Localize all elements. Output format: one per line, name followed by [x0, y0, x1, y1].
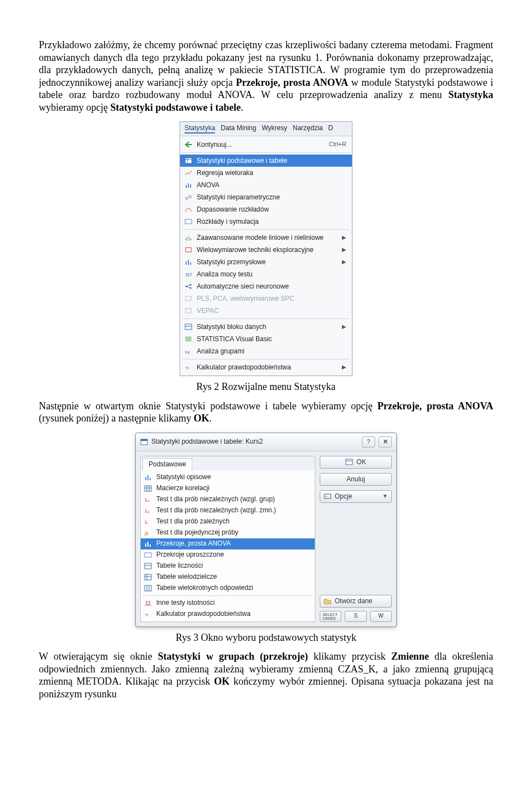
- menu-item-zaawansowane[interactable]: Zaawansowane modele liniowe i nieliniowe…: [180, 232, 352, 244]
- text: klikamy przycisk: [308, 651, 391, 662]
- list-item-przekroje[interactable]: Przekroje, prosta ANOVA: [141, 538, 315, 549]
- ok-button[interactable]: OK: [320, 456, 392, 469]
- list-item-label: Tabele wielodzielcze: [156, 573, 217, 581]
- svg-text:?i: ?i: [145, 613, 148, 618]
- list-item-label: Przekroje uproszczone: [156, 551, 224, 559]
- svg-rect-31: [145, 486, 151, 491]
- button-label: SELECT CASES: [323, 613, 339, 620]
- list-item-inne-testy[interactable]: Inne testy istotności: [141, 598, 315, 609]
- menu-item-analiza-grupami[interactable]: by Analiza grupami: [180, 345, 352, 357]
- svg-rect-43: [145, 563, 151, 569]
- menu-item-label: STATISTICA Visual Basic: [197, 335, 272, 343]
- menu-item-label: Analiza mocy testu: [197, 270, 253, 279]
- menu-item-label: Wielowymiarowe techniki eksploracyjne: [197, 246, 314, 254]
- menu-item-anova[interactable]: ANOVA: [180, 179, 352, 191]
- menu-item-label: Statystyki bloku danych: [197, 323, 266, 331]
- caption-fig2: Rys 2 Rozwijalne menu Statystyka: [39, 381, 493, 393]
- button-label: Otwórz dane: [335, 597, 372, 605]
- open-data-button[interactable]: Otwórz dane: [320, 595, 392, 608]
- menu-item-kalkulator[interactable]: ?i Kalkulator prawdopodobieństwa ▶: [180, 361, 352, 373]
- menu-item-moc-testu[interactable]: N? Analiza mocy testu: [180, 268, 352, 280]
- multresp-icon: [143, 584, 153, 593]
- neural-icon: [183, 282, 193, 291]
- list-item-stat-opisowe[interactable]: Statystyki opisowe: [141, 472, 315, 483]
- menu-item-label: PLS, PCA, wielowymiarowe SPC: [197, 295, 294, 303]
- crosstab-icon: [143, 573, 153, 582]
- close-button[interactable]: ✕: [378, 436, 392, 448]
- menu-item-label: Kontynuuj...: [197, 141, 232, 149]
- menu-item-neuronowe[interactable]: Automatyczne sieci neuronowe: [180, 280, 352, 292]
- app-icon: [140, 439, 148, 445]
- svg-rect-53: [346, 459, 352, 465]
- options-button[interactable]: Opcje ▼: [320, 490, 392, 503]
- list-item-ttest4[interactable]: |x̄Test t dla pojedynczej próby: [141, 527, 315, 538]
- menu-tab-data-mining[interactable]: Data Mining: [221, 124, 256, 133]
- menu-item-blok-danych[interactable]: Statystyki bloku danych ▶: [180, 321, 352, 333]
- svg-rect-11: [188, 260, 189, 265]
- select-cases-button[interactable]: SELECT CASES: [320, 611, 341, 622]
- list-item-label: Tabele wielokrotnych odpowiedzi: [156, 584, 253, 592]
- list-item-wielokrotnych[interactable]: Tabele wielokrotnych odpowiedzi: [141, 583, 315, 594]
- svg-rect-10: [186, 261, 187, 265]
- list-item-label: Przekroje, prosta ANOVA: [156, 539, 231, 548]
- menu-item-continue[interactable]: Kontynuuj... Ctrl+R: [180, 138, 352, 151]
- list-item-kalkulator[interactable]: ?iKalkulator prawdopodobieństwa: [141, 609, 315, 620]
- menu-item-label: Analiza grupami: [197, 347, 244, 356]
- advanced-icon: [183, 233, 193, 242]
- menu-tab-wykresy[interactable]: Wykresy: [262, 124, 287, 133]
- menu-tab-d[interactable]: D: [328, 124, 333, 133]
- menu-item-wielowymiarowe[interactable]: Wielowymiarowe techniki eksploracyjne ▶: [180, 244, 352, 256]
- w-button[interactable]: W: [370, 611, 392, 622]
- list-item-licznosci[interactable]: Tabele liczności: [141, 561, 315, 572]
- nonparam-icon: [183, 193, 193, 202]
- list-item-wielodzielcze[interactable]: Tabele wielodzielcze: [141, 572, 315, 583]
- tab-podstawowe[interactable]: Podstawowe: [142, 458, 192, 470]
- cancel-button[interactable]: Anuluj: [320, 473, 392, 486]
- s-button[interactable]: S: [345, 611, 366, 622]
- dialog-screenshot: Statystyki podstawowe i tabele: Kurs2 ? …: [135, 433, 397, 627]
- menu-screenshot: Statystyka Data Mining Wykresy Narzędzia…: [180, 121, 352, 376]
- list-item-ttest3[interactable]: x̄ᵢTest t dla prób zależnych: [141, 516, 315, 527]
- svg-rect-21: [185, 324, 192, 330]
- menu-separator: [182, 359, 350, 359]
- menu-item-regresja[interactable]: Regresja wieloraka: [180, 167, 352, 179]
- menu-item-stat-podstawowe[interactable]: Statystyki podstawowe i tabele: [180, 155, 352, 167]
- menu-item-przemyslowe[interactable]: Statystyki przemysłowe ▶: [180, 256, 352, 268]
- submenu-arrow-icon: ▶: [342, 364, 346, 371]
- menu-item-rozklady[interactable]: Rozkłady i symulacja: [180, 215, 352, 228]
- menu-item-label: Regresja wieloraka: [197, 169, 253, 177]
- menu-item-sv-basic[interactable]: STATISTICA Visual Basic: [180, 333, 352, 345]
- text: oraz bardzo rozbudowany moduł ANOVA. W c…: [63, 89, 448, 100]
- text: (rysunek poniżej) a następnie klikamy: [39, 413, 193, 424]
- calc-icon: ?i: [143, 610, 153, 619]
- menu-item-nieparam[interactable]: Statystyki nieparametryczne: [180, 191, 352, 203]
- paragraph-2: Następnie w otwartym oknie Statystyki po…: [39, 400, 493, 425]
- bold: Zmienne: [391, 651, 429, 662]
- anova-icon: [143, 539, 153, 548]
- chevron-down-icon: ▼: [382, 493, 388, 500]
- ttest-icon: x̄₂: [143, 506, 153, 515]
- svg-rect-41: [150, 544, 151, 547]
- help-button[interactable]: ?: [362, 436, 375, 448]
- ttest-icon: |x̄: [143, 528, 153, 537]
- list-item-korelacji[interactable]: Macierze korelacji: [141, 483, 315, 494]
- dialog-separator: [142, 595, 313, 596]
- summary-icon: [345, 459, 353, 465]
- svg-text:x̄₁: x̄₁: [145, 498, 149, 503]
- ttest-icon: x̄ᵢ: [143, 517, 153, 526]
- bold: Statystyki podstawowe i tabele: [110, 102, 241, 113]
- menu-item-label: Statystyki nieparametryczne: [197, 193, 280, 202]
- menu-item-dopasowanie[interactable]: Dopasowanie rozkładów: [180, 203, 352, 215]
- list-item-ttest2[interactable]: x̄₂Test t dla prób niezależnych (wzgl. z…: [141, 505, 315, 516]
- menu-tab-statystyka[interactable]: Statystyka: [185, 124, 215, 133]
- svg-rect-12: [190, 263, 191, 265]
- menu-tab-narzedzia[interactable]: Narzędzia: [293, 124, 323, 133]
- list-item-przekroje-u[interactable]: Przekroje uproszczone: [141, 549, 315, 561]
- list-item-label: Statystyki opisowe: [156, 473, 211, 481]
- svg-rect-45: [145, 574, 151, 580]
- list-item-ttest1[interactable]: x̄₁Test t dla prób niezależnych (wzgl. g…: [141, 494, 315, 505]
- list-item-label: Macierze korelacji: [156, 484, 209, 492]
- menu-item-vepac: VEPAC: [180, 305, 352, 317]
- menu-item-label: ANOVA: [197, 181, 219, 189]
- list-item-label: Test t dla prób zależnych: [156, 517, 229, 526]
